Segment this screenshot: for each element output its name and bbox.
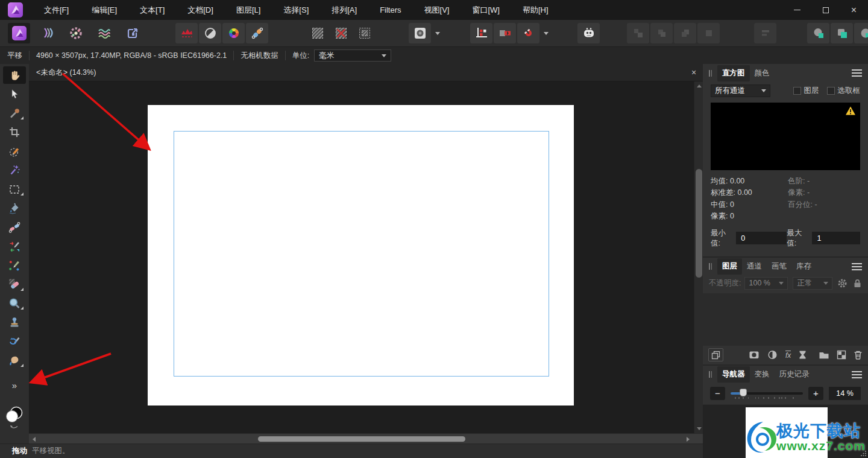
snapping-grid-button[interactable] [470, 23, 492, 43]
new-group-icon[interactable] [819, 351, 829, 360]
pixel-layer-icon[interactable] [799, 350, 807, 360]
min-input[interactable]: 0 [736, 232, 787, 244]
auto-contrast-button[interactable] [199, 23, 221, 43]
menu-text[interactable]: 文本[T] [128, 0, 176, 20]
gear-icon[interactable] [837, 278, 848, 288]
menu-window[interactable]: 窗口[W] [461, 0, 511, 20]
menu-help[interactable]: 帮助[H] [511, 0, 560, 20]
zoom-out-button[interactable]: − [710, 387, 725, 400]
adjustment-layer-icon[interactable] [767, 350, 778, 360]
duplicate-layers-button[interactable] [708, 348, 723, 361]
zoom-value-input[interactable]: 14 % [829, 387, 861, 400]
unit-select[interactable]: 毫米 [314, 49, 391, 62]
eraser-tool[interactable] [3, 276, 26, 293]
blend-mode-select[interactable]: 正常 [793, 277, 832, 290]
invert-selection-button[interactable] [353, 23, 376, 43]
canvas-viewport[interactable] [29, 81, 703, 433]
menu-view[interactable]: 视图[V] [413, 0, 461, 20]
panel-menu-icon[interactable] [852, 68, 862, 78]
deselect-button[interactable] [330, 23, 352, 43]
tab-stock[interactable]: 库存 [791, 258, 816, 275]
undo-brush-tool[interactable] [3, 332, 26, 350]
layers-list[interactable] [703, 293, 868, 346]
layer-checkbox[interactable] [793, 87, 801, 95]
slider-thumb[interactable] [740, 389, 747, 396]
flood-fill-tool[interactable] [3, 200, 26, 217]
gradient-tool[interactable] [3, 218, 26, 236]
lock-icon[interactable] [853, 278, 862, 288]
menu-document[interactable]: 文档[D] [176, 0, 225, 20]
export-persona-button[interactable] [121, 23, 143, 43]
panel-drag-handle[interactable] [709, 70, 712, 77]
panel-menu-icon[interactable] [852, 369, 862, 380]
quick-mask-dropdown[interactable] [432, 23, 440, 43]
insert-on-top-button[interactable] [854, 23, 868, 43]
panel-drag-handle[interactable] [709, 263, 712, 270]
color-replacement-brush-tool[interactable] [3, 238, 26, 255]
resize-grip[interactable] [860, 450, 867, 457]
live-filter-icon[interactable]: fx [785, 351, 791, 359]
new-layer-icon[interactable] [837, 350, 846, 360]
tab-transform[interactable]: 变换 [750, 366, 775, 383]
horizontal-scrollbar[interactable] [29, 433, 703, 444]
develop-persona-button[interactable] [64, 23, 87, 43]
tab-history[interactable]: 历史记录 [775, 366, 814, 383]
scroll-left-icon[interactable] [33, 437, 36, 442]
insert-behind-button[interactable] [807, 23, 829, 43]
zoom-in-button[interactable]: + [808, 387, 823, 400]
zoom-tool[interactable] [3, 294, 26, 312]
scroll-right-icon[interactable] [687, 437, 690, 442]
menu-edit[interactable]: 编辑[E] [80, 0, 128, 20]
navigator-preview[interactable] [703, 404, 868, 458]
horizontal-scroll-thumb[interactable] [258, 436, 465, 442]
tab-close-button[interactable]: × [685, 68, 703, 77]
minimize-button[interactable] [783, 0, 811, 20]
panel-drag-handle[interactable] [709, 371, 712, 378]
channel-select[interactable]: 所有通道 [711, 84, 770, 97]
photo-persona-button[interactable] [8, 23, 30, 43]
maximize-button[interactable] [811, 0, 840, 20]
warning-icon[interactable] [845, 106, 856, 118]
panel-menu-icon[interactable] [852, 261, 862, 272]
smudge-tool[interactable] [3, 352, 26, 369]
flood-select-tool[interactable] [3, 162, 26, 179]
navigator-page-thumbnail[interactable] [746, 407, 828, 458]
max-input[interactable]: 1 [812, 232, 860, 244]
tab-channels[interactable]: 通道 [742, 258, 767, 275]
select-all-button[interactable] [306, 23, 329, 43]
more-tools-button[interactable]: » [12, 380, 17, 390]
mask-layer-icon[interactable] [749, 350, 760, 360]
view-tool[interactable] [3, 66, 26, 84]
auto-levels-button[interactable] [175, 23, 198, 43]
auto-colours-button[interactable] [222, 23, 245, 43]
marquee-select-tool[interactable] [3, 180, 26, 198]
menu-layer[interactable]: 图层[L] [225, 0, 272, 20]
marquee-checkbox[interactable] [827, 87, 835, 95]
snapping-dropdown[interactable] [540, 23, 549, 43]
menu-select[interactable]: 选择[S] [272, 0, 320, 20]
paint-brush-tool[interactable] [3, 256, 26, 274]
assistant-button[interactable] [577, 23, 600, 43]
color-picker-tool[interactable] [3, 104, 26, 122]
move-selection-button[interactable] [494, 23, 516, 43]
delete-layer-icon[interactable] [854, 350, 863, 360]
auto-white-balance-button[interactable] [246, 23, 268, 43]
insert-inside-button[interactable] [831, 23, 853, 43]
document-page[interactable] [148, 105, 574, 406]
close-button[interactable]: × [840, 0, 868, 20]
selection-brush-tool[interactable] [3, 142, 26, 160]
menu-arrange[interactable]: 排列[A] [320, 0, 368, 20]
tab-brushes[interactable]: 画笔 [767, 258, 791, 275]
tab-color[interactable]: 颜色 [750, 65, 775, 81]
move-tool[interactable] [3, 86, 26, 103]
vertical-scroll-thumb[interactable] [696, 169, 702, 278]
tab-layers[interactable]: 图层 [717, 258, 742, 275]
tab-histogram[interactable]: 直方图 [717, 65, 750, 81]
document-tab[interactable]: <未命名> (14.3%) [29, 68, 96, 78]
quick-mask-button[interactable] [409, 23, 431, 43]
opacity-select[interactable]: 100 % [744, 277, 788, 290]
zoom-slider[interactable] [731, 387, 803, 400]
clone-stamp-tool[interactable] [3, 314, 26, 331]
menu-filters[interactable]: Filters [368, 0, 412, 20]
tone-mapping-persona-button[interactable] [93, 23, 115, 43]
